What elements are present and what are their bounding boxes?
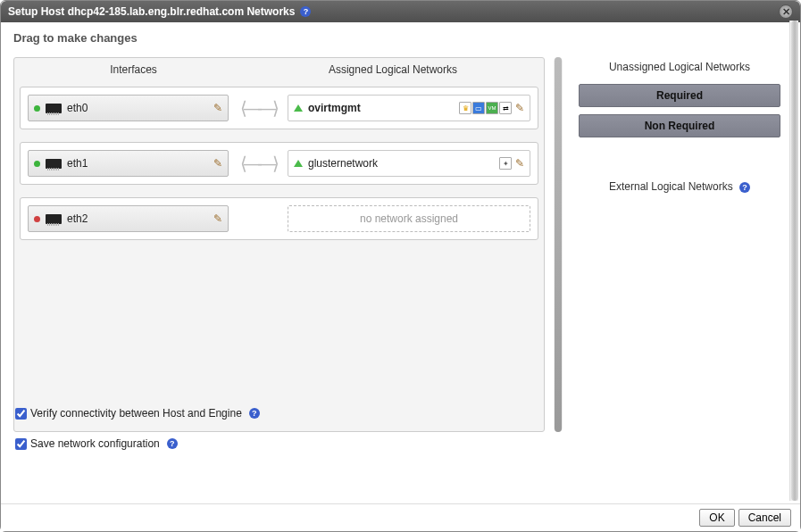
save-config-label: Save network configuration bbox=[30, 437, 160, 450]
interfaces-column-header: Interfaces bbox=[20, 63, 247, 76]
help-icon[interactable]: ? bbox=[167, 438, 178, 449]
scrollbar-thumb[interactable] bbox=[555, 57, 562, 432]
management-badge-icon: ♛ bbox=[459, 102, 471, 114]
help-icon[interactable]: ? bbox=[249, 408, 260, 419]
dialog-titlebar[interactable]: Setup Host dhcp42-185.lab.eng.blr.redhat… bbox=[1, 1, 800, 22]
save-config-checkbox[interactable] bbox=[15, 438, 27, 450]
display-badge-icon: ▭ bbox=[472, 102, 485, 114]
network-box-empty[interactable]: no network assigned bbox=[288, 205, 530, 232]
verify-connectivity-label: Verify connectivity between Host and Eng… bbox=[30, 407, 242, 420]
panel-scrollbar[interactable] bbox=[554, 57, 563, 432]
assigned-column-header: Assigned Logical Networks bbox=[247, 63, 538, 76]
edit-network-icon[interactable]: ✎ bbox=[515, 102, 524, 114]
drag-hint: Drag to make changes bbox=[13, 31, 788, 45]
cancel-button[interactable]: Cancel bbox=[738, 509, 791, 527]
nic-name: eth1 bbox=[67, 157, 88, 170]
help-icon[interactable]: ? bbox=[739, 182, 750, 193]
dialog-scrollbar[interactable] bbox=[789, 21, 798, 501]
ok-button[interactable]: OK bbox=[699, 509, 734, 527]
help-icon[interactable]: ? bbox=[300, 6, 311, 17]
unassigned-panel: Unassigned Logical Networks Required Non… bbox=[572, 57, 788, 432]
link-arrows-icon: ⟨——⟩ bbox=[236, 97, 280, 119]
edit-nic-icon[interactable]: ✎ bbox=[213, 102, 222, 114]
nic-status-up-icon bbox=[34, 105, 40, 112]
no-network-label: no network assigned bbox=[360, 212, 458, 225]
setup-host-networks-dialog: Setup Host dhcp42-185.lab.eng.blr.redhat… bbox=[0, 0, 801, 532]
close-icon[interactable]: ✕ bbox=[779, 4, 793, 19]
network-up-icon bbox=[294, 160, 303, 167]
dialog-button-bar: OK Cancel bbox=[1, 503, 800, 531]
edit-nic-icon[interactable]: ✎ bbox=[213, 157, 222, 170]
verify-connectivity-row[interactable]: Verify connectivity between Host and Eng… bbox=[15, 407, 260, 420]
network-name: glusternetwork bbox=[308, 157, 378, 170]
save-config-row[interactable]: Save network configuration ? bbox=[15, 437, 260, 450]
dialog-title: Setup Host dhcp42-185.lab.eng.blr.redhat… bbox=[8, 5, 295, 18]
edit-nic-icon[interactable]: ✎ bbox=[213, 212, 222, 225]
network-box-ovirtmgmt[interactable]: ovirtmgmt ♛ ▭ VM ⇄ ✎ bbox=[288, 95, 530, 121]
network-up-icon bbox=[294, 104, 303, 112]
nic-name: eth0 bbox=[67, 102, 88, 114]
footer-options: Verify connectivity between Host and Eng… bbox=[15, 407, 260, 468]
nic-box-eth2[interactable]: eth2 ✎ bbox=[28, 205, 229, 232]
network-box-glusternetwork[interactable]: glusternetwork ✦ ✎ bbox=[288, 150, 530, 177]
external-networks-header: External Logical Networks ? bbox=[579, 180, 780, 193]
migration-badge-icon: ⇄ bbox=[499, 102, 512, 114]
sync-badge-icon: ✦ bbox=[499, 157, 512, 170]
interface-row[interactable]: eth2 ✎ no network assigned bbox=[20, 197, 538, 240]
interface-row[interactable]: eth0 ✎ ⟨——⟩ ovirtmgmt ♛ ▭ VM ⇄ ✎ bbox=[20, 87, 538, 129]
unassigned-header: Unassigned Logical Networks bbox=[579, 61, 780, 73]
nic-box-eth0[interactable]: eth0 ✎ bbox=[28, 95, 229, 121]
scrollbar-thumb[interactable] bbox=[791, 21, 798, 501]
dialog-body: Drag to make changes Interfaces Assigned… bbox=[1, 22, 800, 503]
edit-network-icon[interactable]: ✎ bbox=[515, 157, 524, 170]
nic-box-eth1[interactable]: eth1 ✎ bbox=[28, 150, 229, 177]
interfaces-panel: Interfaces Assigned Logical Networks eth… bbox=[13, 57, 545, 432]
link-arrows-icon: ⟨——⟩ bbox=[236, 153, 280, 174]
non-required-button[interactable]: Non Required bbox=[579, 114, 780, 137]
nic-port-icon bbox=[46, 214, 62, 224]
network-name: ovirtmgmt bbox=[308, 102, 361, 114]
nic-port-icon bbox=[46, 104, 62, 113]
interface-row[interactable]: eth1 ✎ ⟨——⟩ glusternetwork ✦ ✎ bbox=[20, 142, 538, 185]
nic-status-down-icon bbox=[34, 216, 40, 222]
nic-status-up-icon bbox=[34, 161, 40, 167]
required-button[interactable]: Required bbox=[579, 84, 780, 107]
vm-badge-icon: VM bbox=[486, 102, 498, 114]
nic-port-icon bbox=[46, 159, 62, 169]
verify-connectivity-checkbox[interactable] bbox=[15, 408, 27, 420]
external-networks-label: External Logical Networks bbox=[609, 180, 733, 193]
nic-name: eth2 bbox=[67, 212, 88, 225]
